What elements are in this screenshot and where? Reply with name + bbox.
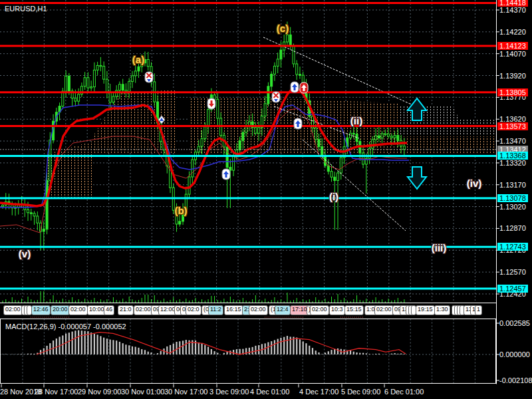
- time-tag[interactable]: 16:15: [224, 305, 243, 315]
- price-axis-label[interactable]: 1.13170: [499, 181, 526, 189]
- price-axis-label[interactable]: 1.14070: [499, 50, 526, 58]
- time-axis-label[interactable]: 28 Nov 17:00: [35, 388, 78, 396]
- candle-body: [147, 59, 149, 66]
- candle-body: [62, 91, 64, 106]
- price-level-badge-red[interactable]: 1.13805: [497, 88, 528, 96]
- time-tag[interactable]: 02:00: [310, 305, 329, 315]
- price-level-badge-cyan[interactable]: 1.12743: [497, 243, 528, 251]
- time-tag[interactable]: 02:00: [134, 305, 153, 315]
- candle-body: [37, 216, 39, 223]
- candle-body: [239, 141, 241, 150]
- ichimoku-cloud: [399, 136, 495, 154]
- wave-label-i[interactable]: (i): [329, 191, 338, 202]
- time-tag[interactable]: 10:3: [329, 305, 345, 315]
- time-tag[interactable]: 02:00: [68, 305, 88, 315]
- time-axis-label[interactable]: 6 Dec 01:00: [384, 388, 424, 396]
- price-axis-label[interactable]: 1.13920: [499, 72, 526, 80]
- wave-label-v[interactable]: (v): [19, 248, 31, 259]
- signal-marker-sell[interactable]: [207, 98, 215, 109]
- price-axis-label[interactable]: 1.14220: [499, 28, 526, 36]
- candle-body: [378, 136, 380, 138]
- signal-marker-sellx[interactable]: [145, 72, 153, 82]
- time-tag[interactable]: 46: [104, 305, 114, 315]
- time-tag[interactable]: 20:00: [51, 305, 70, 315]
- time-tag[interactable]: 15:15: [344, 305, 364, 315]
- signal-marker-buy[interactable]: [294, 118, 302, 129]
- wave-label-iii[interactable]: (iii): [432, 242, 447, 253]
- price-axis-label[interactable]: 1.14370: [499, 6, 526, 14]
- candle-body: [255, 128, 257, 134]
- price-level-badge-red[interactable]: 1.14418: [497, 0, 528, 7]
- time-tag[interactable]: 02:0: [186, 305, 201, 315]
- candle-body: [204, 127, 206, 139]
- candle-body: [90, 87, 92, 88]
- candle-body: [30, 213, 32, 214]
- time-axis-label[interactable]: 30 Nov 01:00: [121, 388, 164, 396]
- time-tag[interactable]: 12:46: [31, 305, 51, 315]
- candle-body: [118, 84, 120, 90]
- price-axis-label[interactable]: 1.13320: [499, 159, 526, 167]
- candle-body: [384, 134, 386, 135]
- time-tag[interactable]: 21:0: [118, 305, 134, 315]
- candle-body: [103, 66, 105, 80]
- candle-body: [372, 140, 374, 148]
- chart-canvas[interactable]: [0, 0, 532, 399]
- trend-line[interactable]: [303, 140, 406, 231]
- time-axis-label[interactable]: 29 Nov 09:00: [78, 388, 121, 396]
- candle-body: [375, 136, 377, 140]
- wave-label-c[interactable]: (c): [277, 23, 289, 34]
- price-axis-label[interactable]: 1.12870: [499, 224, 526, 232]
- candle-body: [321, 147, 323, 156]
- time-tag[interactable]: 1: [475, 305, 482, 315]
- candle-body: [112, 96, 114, 102]
- candle-body: [299, 74, 301, 76]
- wave-label-b[interactable]: (b): [174, 205, 187, 216]
- candle-body: [293, 47, 295, 65]
- time-axis-label[interactable]: 5 Dec 09:00: [341, 388, 380, 396]
- signal-marker-buyred[interactable]: [300, 82, 308, 93]
- price-axis-label[interactable]: 1.13020: [499, 203, 526, 211]
- price-axis-label[interactable]: 1.12570: [499, 268, 526, 276]
- price-level-badge-cyan[interactable]: 1.13368: [497, 152, 528, 160]
- symbol-timeframe-label: EURUSD,H1: [5, 5, 47, 13]
- candle-body: [315, 128, 317, 139]
- time-tag[interactable]: 11:2: [208, 305, 223, 315]
- time-tag[interactable]: 19:15: [416, 305, 435, 315]
- candle-body: [125, 90, 127, 92]
- candle-body: [267, 86, 269, 104]
- candle-body: [381, 134, 383, 138]
- candle-body: [273, 66, 275, 74]
- signal-marker-buy[interactable]: [222, 169, 230, 180]
- price-level-badge-cyan[interactable]: 1.12457: [497, 285, 528, 293]
- price-level-badge-cyan[interactable]: 1.13078: [497, 194, 528, 202]
- time-axis-label[interactable]: 3 Dec 09:00: [209, 388, 249, 396]
- time-tag[interactable]: 02:00: [3, 305, 23, 315]
- signal-marker-buy[interactable]: [291, 82, 299, 92]
- price-axis-label[interactable]: 1.13470: [499, 137, 526, 145]
- candle-body: [350, 133, 352, 138]
- candle-body: [109, 92, 111, 102]
- candle-body: [96, 65, 98, 70]
- macd-indicator-label: MACD(12,26,9) -0.000057 -0.000052: [5, 323, 126, 331]
- time-tag[interactable]: 02:00: [249, 305, 268, 315]
- time-axis-label[interactable]: 4 Dec 01:00: [250, 388, 289, 396]
- wave-label-a[interactable]: (a): [132, 54, 144, 65]
- wave-label-ii[interactable]: (ii): [350, 115, 362, 126]
- candle-body: [43, 229, 45, 231]
- candle-body: [340, 158, 342, 173]
- candle-body: [131, 76, 133, 82]
- time-tag[interactable]: 12:4: [275, 305, 291, 315]
- wave-label-iv[interactable]: (iv): [467, 178, 482, 189]
- time-tag[interactable]: 02:00: [374, 305, 394, 315]
- candle-body: [331, 172, 332, 178]
- time-axis-label[interactable]: 4 Dec 17:00: [299, 388, 338, 396]
- time-tag[interactable]: 1:30: [434, 305, 450, 315]
- price-level-badge-red[interactable]: 1.14123: [497, 42, 528, 50]
- candle-body: [192, 160, 194, 177]
- time-axis-label[interactable]: 30 Nov 17:00: [164, 388, 207, 396]
- signal-marker-sellx[interactable]: [272, 92, 280, 102]
- candle-body: [27, 209, 29, 213]
- candle-body: [403, 146, 405, 150]
- price-level-badge-red[interactable]: 1.13573: [497, 122, 528, 130]
- candle-body: [390, 136, 392, 138]
